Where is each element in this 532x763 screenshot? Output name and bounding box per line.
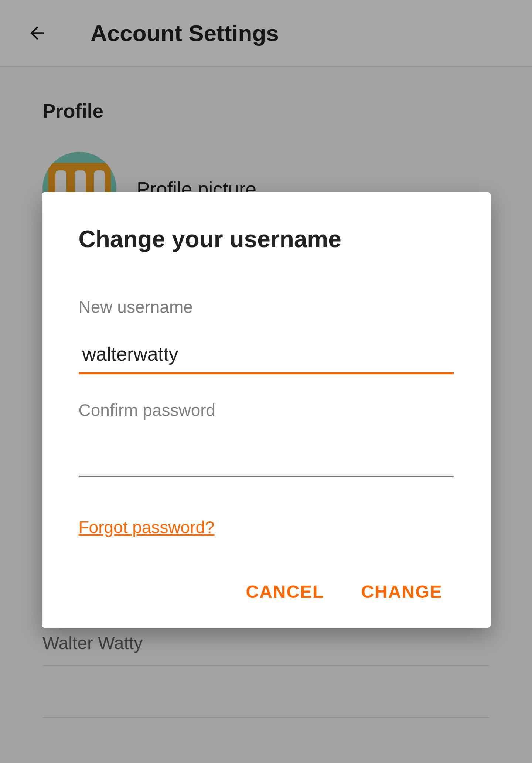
dialog-title: Change your username	[79, 225, 454, 253]
modal-overlay[interactable]: Change your username New username Confir…	[0, 0, 532, 763]
change-button[interactable]: CHANGE	[361, 582, 442, 602]
cancel-button[interactable]: CANCEL	[246, 582, 324, 602]
new-username-label: New username	[79, 297, 454, 317]
change-username-dialog: Change your username New username Confir…	[42, 192, 491, 628]
dialog-actions: CANCEL CHANGE	[79, 582, 454, 602]
forgot-password-link[interactable]: Forgot password?	[79, 517, 215, 537]
confirm-password-label: Confirm password	[79, 400, 454, 420]
new-username-input[interactable]	[79, 335, 454, 374]
confirm-password-input[interactable]	[79, 439, 454, 477]
